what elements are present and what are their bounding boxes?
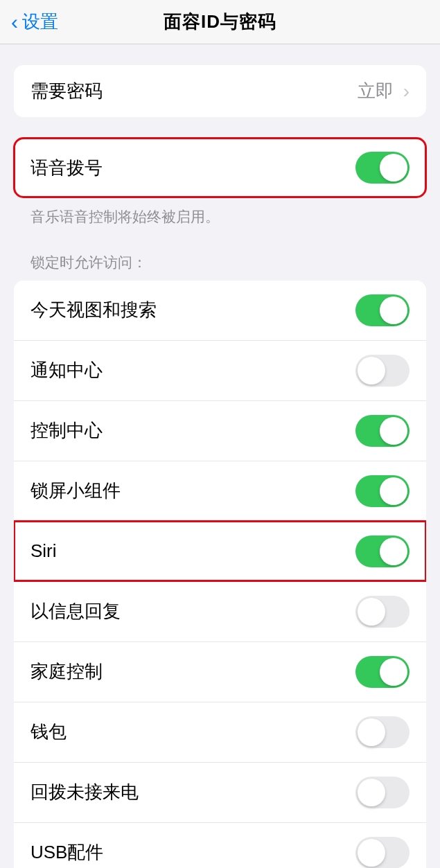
lock-access-toggle[interactable] xyxy=(355,355,410,387)
lock-access-toggle[interactable] xyxy=(355,837,410,869)
lock-access-label: 家庭控制 xyxy=(30,659,103,684)
lock-access-row: 今天视图和搜索 xyxy=(14,281,426,340)
lock-access-row: 以信息回复 xyxy=(14,581,426,641)
lock-access-row: Siri xyxy=(14,521,426,581)
chevron-left-icon: ‹ xyxy=(11,10,18,34)
lock-access-row: 回拨未接来电 xyxy=(14,762,426,822)
require-passcode-label: 需要密码 xyxy=(30,79,103,103)
lock-access-label: 钱包 xyxy=(30,720,67,744)
lock-access-toggle[interactable] xyxy=(355,294,410,326)
lock-access-row: 控制中心 xyxy=(14,400,426,461)
lock-access-label: Siri xyxy=(30,540,57,562)
lock-access-row: USB配件 xyxy=(14,822,426,869)
require-passcode-group: 需要密码 立即 › xyxy=(14,65,426,117)
lock-access-header: 锁定时允许访问： xyxy=(14,228,426,281)
voice-dial-row: 语音拨号 xyxy=(14,138,426,197)
lock-access-group: 今天视图和搜索通知中心控制中心锁屏小组件Siri以信息回复家庭控制钱包回拨未接来… xyxy=(14,281,426,869)
lock-access-toggle[interactable] xyxy=(355,596,410,628)
lock-access-label: 以信息回复 xyxy=(30,599,121,623)
lock-access-toggle[interactable] xyxy=(355,475,410,507)
require-passcode-value: 立即 xyxy=(358,79,394,103)
voice-dial-label: 语音拨号 xyxy=(30,156,103,180)
lock-access-row: 钱包 xyxy=(14,702,426,762)
back-label: 设置 xyxy=(22,10,58,34)
lock-access-label: 控制中心 xyxy=(30,418,103,443)
lock-access-label: 今天视图和搜索 xyxy=(30,298,157,322)
chevron-right-icon: › xyxy=(403,80,410,103)
voice-dial-toggle[interactable] xyxy=(355,152,410,184)
voice-dial-group: 语音拨号 xyxy=(14,138,426,197)
lock-access-label: 锁屏小组件 xyxy=(30,479,121,503)
lock-access-toggle[interactable] xyxy=(355,415,410,447)
lock-access-row: 家庭控制 xyxy=(14,641,426,702)
lock-access-toggle[interactable] xyxy=(355,535,410,567)
navbar: ‹ 设置 面容ID与密码 xyxy=(0,0,440,44)
lock-access-label: 回拨未接来电 xyxy=(30,780,139,804)
lock-access-row: 通知中心 xyxy=(14,340,426,400)
lock-access-toggle[interactable] xyxy=(355,777,410,808)
lock-access-row: 锁屏小组件 xyxy=(14,461,426,521)
lock-access-toggle[interactable] xyxy=(355,656,410,688)
lock-access-label: USB配件 xyxy=(30,840,103,865)
require-passcode-row[interactable]: 需要密码 立即 › xyxy=(14,65,426,117)
back-button[interactable]: ‹ 设置 xyxy=(11,10,58,34)
voice-dial-footer: 音乐语音控制将始终被启用。 xyxy=(14,197,426,228)
lock-access-label: 通知中心 xyxy=(30,358,103,382)
page-title: 面容ID与密码 xyxy=(164,10,276,34)
lock-access-toggle[interactable] xyxy=(355,716,410,748)
